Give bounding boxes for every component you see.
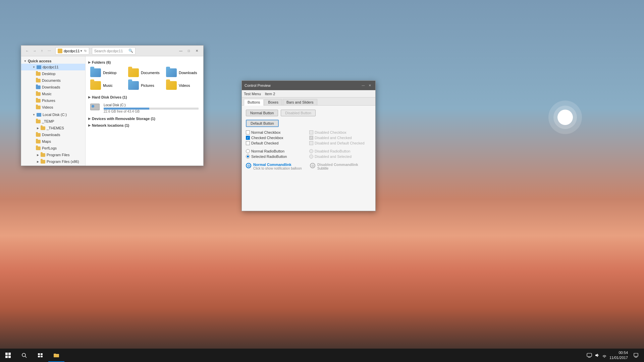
sidebar-item-temp[interactable]: _TEMP	[21, 118, 85, 125]
volume-icon[interactable]	[595, 353, 599, 358]
checkbox-default-row[interactable]: Default Checked	[246, 141, 308, 145]
checkbox-default[interactable]	[246, 141, 250, 145]
nav-back-button[interactable]: ←	[24, 48, 31, 54]
folders-section-header[interactable]: ▶ Folders (6)	[88, 60, 201, 64]
control-preview-title: Control Preview	[245, 83, 271, 87]
taskbar-search-button[interactable]	[16, 349, 32, 362]
cortana-middle-ring	[553, 106, 577, 129]
sidebar-item-downloads-c[interactable]: Downloads	[21, 131, 85, 138]
checkbox-normal-label: Normal Checkbox	[251, 130, 280, 134]
sidebar-item-local-disk[interactable]: ▼ Local Disk (C:)	[21, 111, 85, 118]
search-icon	[21, 353, 27, 358]
folder-pictures[interactable]: Pictures	[126, 80, 163, 91]
folder-music[interactable]: Music	[88, 80, 125, 91]
checkbox-checked[interactable]: ✓	[246, 136, 250, 140]
network-icon[interactable]	[602, 353, 607, 358]
normal-button[interactable]: Normal Button	[246, 110, 278, 116]
task-view-button[interactable]	[32, 349, 48, 362]
tab-buttons[interactable]: Buttons	[244, 99, 264, 106]
svg-rect-7	[587, 353, 592, 357]
nav-up-button[interactable]: ↑	[39, 48, 45, 54]
cortana-circle[interactable]	[548, 101, 582, 134]
maximize-button[interactable]: □	[185, 47, 193, 55]
sidebar-quick-access-header[interactable]: ▼ Quick access	[21, 58, 85, 64]
sidebar-item-themes[interactable]: ▶ _THEMES	[21, 125, 85, 131]
commandlink-normal[interactable]: ⊙ Normal Commandlink Click to show notif…	[246, 163, 307, 170]
cp-minimize-button[interactable]: —	[361, 83, 366, 88]
clock[interactable]: 00:54 11/01/2017	[609, 350, 628, 361]
checkboxes-section: Normal Checkbox ✓ Checked Checkbox Defau…	[246, 130, 371, 146]
action-center-icon	[634, 353, 638, 358]
sidebar-item-label: Local Disk (C:)	[43, 113, 67, 117]
sidebar-item-program-files[interactable]: ▶ Program Files	[21, 152, 85, 158]
folder-documents[interactable]: Documents	[126, 67, 163, 78]
nav-more-button[interactable]: ⋯	[46, 48, 53, 54]
folders-section-label: Folders (6)	[92, 60, 111, 64]
tab-boxes[interactable]: Boxes	[264, 99, 282, 105]
cortana-inner-circle	[557, 110, 573, 125]
sidebar-item-videos[interactable]: Videos	[21, 104, 85, 111]
network-section-header[interactable]: ▶ Network locations (1)	[88, 123, 201, 127]
folder-downloads[interactable]: Downloads	[164, 67, 201, 78]
folder-icon	[36, 133, 41, 137]
nav-buttons: ← → ↑ ⋯	[24, 48, 53, 54]
checkbox-normal[interactable]	[246, 130, 250, 134]
commandlink-normal-subtitle: Click to show notification balloon	[253, 167, 302, 170]
sidebar-item-dpcdpc11[interactable]: ▼ dpcdpc11	[21, 64, 85, 70]
default-button[interactable]: Default Button	[246, 120, 279, 127]
sidebar-item-music[interactable]: Music	[21, 90, 85, 97]
search-bar[interactable]: Search dpcdpc11 🔍	[92, 47, 136, 55]
radio-normal[interactable]	[246, 149, 250, 153]
address-refresh-icon[interactable]: ↻	[84, 49, 87, 53]
sidebar-item-label: Videos	[42, 105, 53, 109]
folder-icon	[41, 153, 45, 157]
radio-disabled	[309, 149, 313, 153]
address-dropdown-icon[interactable]: ▼	[80, 49, 83, 53]
radio-normal-row[interactable]: Normal RadioButton	[246, 149, 308, 153]
notification-icon[interactable]	[587, 353, 592, 358]
action-center-button[interactable]	[631, 349, 641, 362]
checkbox-disabled-default-row: Disabled and Default Checked	[309, 141, 371, 145]
sidebar-item-maps[interactable]: Maps	[21, 138, 85, 145]
sidebar-item-pictures[interactable]: Pictures	[21, 97, 85, 104]
disabled-button: Disabled Button	[281, 110, 316, 116]
sidebar-item-label: Documents	[42, 78, 61, 82]
checkbox-checked-row[interactable]: ✓ Checked Checkbox	[246, 136, 308, 140]
file-explorer-taskbar-button[interactable]	[48, 349, 64, 362]
folder-videos[interactable]: Videos	[164, 80, 201, 91]
cp-menu-test[interactable]: Test Menu	[244, 92, 261, 96]
section-expand-icon: ▶	[88, 61, 91, 64]
address-text: dpcdpc11	[64, 49, 80, 53]
sidebar-item-desktop[interactable]: Desktop	[21, 70, 85, 77]
address-bar[interactable]: dpcdpc11 ▼ ↻	[55, 47, 89, 55]
sidebar-item-label: _THEMES	[47, 126, 64, 130]
start-button[interactable]	[0, 349, 16, 362]
taskbar-right: 00:54 11/01/2017	[587, 349, 644, 362]
tab-bars-sliders[interactable]: Bars and Sliders	[283, 99, 317, 105]
minimize-button[interactable]: —	[177, 47, 184, 55]
search-icon[interactable]: 🔍	[128, 49, 133, 53]
sidebar-item-documents[interactable]: Documents	[21, 77, 85, 84]
sidebar-item-program-files-x86[interactable]: ▶ Program Files (x86)	[21, 158, 85, 165]
close-button[interactable]: ✕	[193, 47, 201, 55]
folder-name-downloads: Downloads	[179, 71, 197, 75]
removable-section-header[interactable]: ▶ Devices with Removable Storage (1)	[88, 117, 201, 121]
checkbox-normal-row[interactable]: Normal Checkbox	[246, 130, 308, 134]
sidebar-item-downloads[interactable]: Downloads	[21, 84, 85, 90]
commandlink-normal-title[interactable]: Normal Commandlink	[253, 163, 302, 167]
disk-drive-icon	[90, 104, 101, 113]
radio-selected-label: Selected RadioButton	[251, 155, 287, 159]
nav-forward-button[interactable]: →	[31, 48, 38, 54]
cp-menu-item2[interactable]: Item 2	[265, 92, 275, 96]
folder-name-pictures: Pictures	[141, 83, 154, 87]
sidebar-item-perflogs[interactable]: PerfLogs	[21, 145, 85, 152]
folder-desktop[interactable]: Desktop	[88, 67, 125, 78]
control-preview-titlebar: Control Preview — ✕	[242, 81, 375, 90]
radio-disabled-selected-row: Disabled and Selected	[309, 155, 371, 159]
radio-selected-row[interactable]: Selected RadioButton	[246, 155, 308, 159]
local-disk-item[interactable]: Local Disk (C:) 22.6 GB free of 43.4 GB	[88, 102, 201, 115]
buttons-section: Normal Button Disabled Button	[246, 110, 371, 116]
radio-selected[interactable]	[246, 155, 250, 159]
cp-close-button[interactable]: ✕	[367, 83, 373, 88]
hard-disk-section-header[interactable]: ▶ Hard Disk Drives (1)	[88, 95, 201, 99]
